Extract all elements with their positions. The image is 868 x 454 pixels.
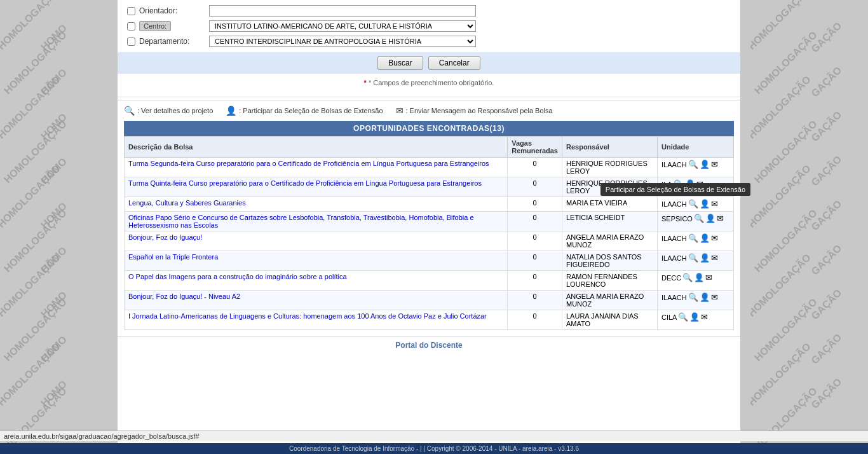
participar-selecao-label: : Participar da Seleção de Bolsas de Ext… (239, 107, 383, 114)
orientador-label: Orientador: (139, 6, 209, 15)
row-message-icon[interactable]: ✉ (711, 160, 721, 170)
buscar-button[interactable]: Buscar (377, 56, 423, 70)
cell-vagas: 0 (508, 212, 562, 231)
row-message-icon[interactable]: ✉ (705, 273, 715, 283)
row-message-icon[interactable]: ✉ (701, 312, 711, 322)
row-message-icon[interactable]: ✉ (717, 214, 727, 224)
row-details-icon[interactable]: 🔍 (678, 312, 688, 322)
address-bar: areia.unila.edu.br/sigaa/graduacao/agreg… (0, 430, 868, 441)
row-participate-icon[interactable]: 👤 (700, 253, 710, 263)
action-icons-bar: 🔍 : Ver detalhes do projeto 👤 : Particip… (118, 100, 740, 121)
descricao-link[interactable]: Español en la Triple Frontera (128, 253, 218, 261)
right-watermark: HOMOLOGAÇÃO HOMOLOGAÇÃO HOMOLOGAÇÃO HOMO… (750, 0, 868, 454)
cell-unidade: ILAACH🔍👤✉ (658, 197, 734, 212)
cell-responsavel: RAMON FERNANDES LOURENCO (562, 271, 658, 291)
enviar-mensagem-label: : Enviar Mensagem ao Responsável pela Bo… (406, 107, 553, 114)
row-details-icon[interactable]: 🔍 (688, 253, 698, 263)
cell-descricao: Español en la Triple Frontera (125, 251, 508, 271)
table-row: Bonjour, Foz do Iguaçu!0ANGELA MARIA ERA… (125, 231, 734, 251)
centro-select[interactable]: INSTITUTO LATINO-AMERICANO DE ARTE, CULT… (209, 20, 476, 32)
ver-detalhes-label: : Ver detalhes do projeto (137, 107, 213, 114)
row-details-icon[interactable]: 🔍 (688, 160, 698, 170)
row-details-icon[interactable]: 🔍 (682, 273, 693, 283)
departamento-checkbox[interactable] (127, 38, 135, 46)
row-details-icon[interactable]: 🔍 (688, 233, 698, 244)
cell-unidade: ILAACH🔍👤✉ (658, 158, 734, 177)
cell-descricao: Turma Segunda-feira Curso preparatório p… (125, 158, 508, 177)
descricao-link[interactable]: Bonjour, Foz do Iguaçu! (128, 233, 202, 241)
cancelar-button[interactable]: Cancelar (428, 56, 480, 70)
cell-descricao: Bonjour, Foz do Iguaçu! (125, 231, 508, 251)
cell-descricao: Turma Quinta-feira Curso preparatório pa… (125, 177, 508, 197)
results-table: Descrição da Bolsa VagasRemuneradas Resp… (124, 136, 734, 330)
cell-responsavel: NATALIA DOS SANTOS FIGUEIREDO (562, 251, 658, 271)
row-participate-icon[interactable]: 👤 (700, 199, 710, 209)
cell-vagas: 0 (508, 231, 562, 251)
table-row: O Papel das Imagens para a construção do… (125, 271, 734, 291)
row-details-icon[interactable]: 🔍 (688, 292, 698, 303)
copyright-text: Coordenadoria de Tecnologia de Informaçã… (289, 445, 579, 452)
orientador-row: Orientador: (127, 5, 731, 17)
descricao-link[interactable]: I Jornada Latino-Americanas de Linguagen… (128, 312, 487, 320)
descricao-link[interactable]: Lengua, Cultura y Saberes Guaranies (128, 199, 246, 207)
cell-responsavel: ANGELA MARIA ERAZO MUNOZ (562, 231, 658, 251)
cell-unidade: DECC🔍👤✉ (658, 271, 734, 291)
descricao-link[interactable]: Oficinas Papo Sério e Concurso de Cartaz… (128, 214, 474, 229)
search-form: Orientador: Centro: INSTITUTO LATINO-AME… (118, 0, 740, 94)
ver-detalhes-action[interactable]: 🔍 : Ver detalhes do projeto (124, 106, 213, 116)
cell-descricao: Oficinas Papo Sério e Concurso de Cartaz… (125, 212, 508, 231)
person-icon: 👤 (226, 106, 236, 116)
departamento-select[interactable]: CENTRO INTERDISCIPLINAR DE ANTROPOLOGIA … (209, 36, 476, 47)
descricao-link[interactable]: O Papel das Imagens para a construção do… (128, 273, 347, 280)
row-details-icon[interactable]: 🔍 (694, 214, 704, 224)
cell-descricao: O Papel das Imagens para a construção do… (125, 271, 508, 291)
portal-label: Portal do Discente (118, 336, 740, 354)
table-row: Lengua, Cultura y Saberes Guaranies0MARI… (125, 197, 734, 212)
cell-responsavel: LETICIA SCHEIDT (562, 212, 658, 231)
row-message-icon[interactable]: ✉ (711, 233, 721, 244)
row-participate-icon[interactable]: 👤 (700, 233, 710, 244)
row-participate-icon[interactable]: 👤 (689, 312, 700, 322)
left-watermark: HOMOLOGAÇÃO HOMOLOGAÇÃO HOMOLOGAÇÃO HOMO… (0, 0, 118, 454)
col-unidade: Unidade (658, 137, 734, 158)
row-participate-icon[interactable]: 👤 (700, 160, 710, 170)
cell-descricao: Lengua, Cultura y Saberes Guaranies (125, 197, 508, 212)
cell-unidade: ILAACH🔍👤✉ (658, 251, 734, 271)
results-section: OPORTUNIDADES ENCONTRADAS(13) Descrição … (124, 121, 734, 330)
cell-vagas: 0 (508, 291, 562, 310)
orientador-input[interactable] (209, 5, 476, 17)
row-message-icon[interactable]: ✉ (711, 292, 721, 303)
tooltip-popup: Participar da Seleção de Bolsas de Exten… (600, 183, 750, 196)
row-participate-icon[interactable]: 👤 (705, 214, 715, 224)
row-participate-icon[interactable]: 👤 (694, 273, 704, 283)
magnifier-icon: 🔍 (124, 106, 135, 116)
descricao-link[interactable]: Bonjour, Foz do Iguaçu! - Niveau A2 (128, 292, 240, 300)
cell-vagas: 0 (508, 177, 562, 197)
cell-unidade: SEPSICO🔍👤✉ (658, 212, 734, 231)
enviar-mensagem-action[interactable]: ✉ : Enviar Mensagem ao Responsável pela … (396, 106, 553, 116)
cell-descricao: Bonjour, Foz do Iguaçu! - Niveau A2 (125, 291, 508, 310)
cell-responsavel: MARIA ETA VIEIRA (562, 197, 658, 212)
centro-checkbox[interactable] (127, 22, 135, 31)
table-row: Bonjour, Foz do Iguaçu! - Niveau A20ANGE… (125, 291, 734, 310)
col-vagas: VagasRemuneradas (508, 137, 562, 158)
cell-vagas: 0 (508, 271, 562, 291)
cell-vagas: 0 (508, 251, 562, 271)
tooltip-text: Participar da Seleção de Bolsas de Exten… (606, 186, 745, 193)
row-message-icon[interactable]: ✉ (711, 253, 721, 263)
centro-button[interactable]: Centro: (139, 21, 171, 31)
orientador-checkbox[interactable] (127, 7, 135, 15)
cell-unidade: CILA🔍👤✉ (658, 310, 734, 330)
cell-responsavel: LAURA JANAINA DIAS AMATO (562, 310, 658, 330)
row-details-icon[interactable]: 🔍 (688, 199, 698, 209)
descricao-link[interactable]: Turma Quinta-feira Curso preparatório pa… (128, 179, 482, 187)
cell-responsavel: ANGELA MARIA ERAZO MUNOZ (562, 291, 658, 310)
cell-unidade: ILAACH🔍👤✉ (658, 231, 734, 251)
row-participate-icon[interactable]: 👤 (700, 292, 710, 303)
cell-unidade: ILAACH🔍👤✉ (658, 291, 734, 310)
row-message-icon[interactable]: ✉ (711, 199, 721, 209)
results-header: OPORTUNIDADES ENCONTRADAS(13) (124, 121, 734, 136)
descricao-link[interactable]: Turma Segunda-feira Curso preparatório p… (128, 160, 489, 167)
participar-selecao-action[interactable]: 👤 : Participar da Seleção de Bolsas de E… (226, 106, 383, 116)
table-row: I Jornada Latino-Americanas de Linguagen… (125, 310, 734, 330)
